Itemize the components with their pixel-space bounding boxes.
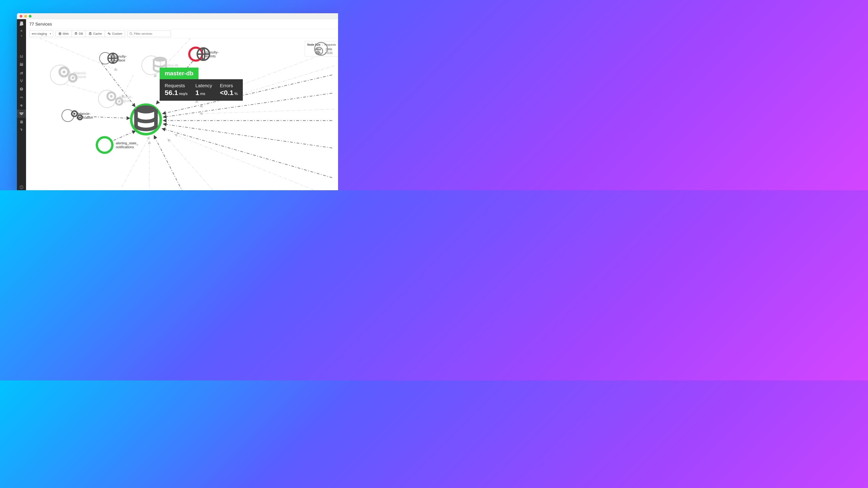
svg-point-23 bbox=[63, 71, 66, 73]
tooltip-service-name: master-db bbox=[160, 68, 198, 79]
nav-integrations-icon[interactable] bbox=[17, 101, 26, 109]
filter-custom-button[interactable]: Custom bbox=[105, 31, 125, 37]
svg-point-37 bbox=[136, 105, 156, 113]
sidebar-add-icon[interactable]: ＋ bbox=[17, 33, 26, 38]
svg-rect-8 bbox=[20, 112, 24, 113]
app-body: ✕ ＋ bbox=[17, 19, 338, 190]
env-dropdown-label: env:staging bbox=[32, 32, 47, 35]
svg-rect-9 bbox=[20, 113, 23, 114]
svg-point-20 bbox=[110, 34, 110, 34]
node-mcnulty-wallace[interactable]: mcnulty- wallace bbox=[99, 52, 127, 64]
nav-infrastructure-icon[interactable] bbox=[17, 77, 26, 85]
gears-icon bbox=[107, 32, 111, 35]
nav-apm-icon[interactable] bbox=[17, 93, 26, 101]
filter-db-button[interactable]: DB bbox=[72, 31, 86, 37]
svg-point-16 bbox=[75, 32, 77, 33]
window-close-dot[interactable] bbox=[20, 15, 22, 18]
search-icon bbox=[129, 32, 132, 35]
stat-errors: Errors <0.1% bbox=[220, 83, 238, 97]
window-zoom-dot[interactable] bbox=[29, 15, 32, 18]
node-label: alerting_state_ notifications bbox=[116, 141, 138, 149]
database-icon bbox=[74, 32, 78, 35]
type-filter-group: Web DB Cache bbox=[56, 31, 125, 37]
stat-label: Latency bbox=[195, 83, 212, 88]
node-alerting-state-notifications[interactable]: alerting_state_ notifications bbox=[96, 136, 138, 154]
nav-service-map-icon[interactable] bbox=[17, 109, 26, 118]
filter-cache-button[interactable]: Cache bbox=[86, 31, 105, 37]
svg-point-30 bbox=[118, 100, 120, 102]
service-map-canvas[interactable]: delancie- backend replica-db bbox=[26, 38, 338, 190]
filter-db-label: DB bbox=[79, 32, 83, 35]
filter-cache-label: Cache bbox=[93, 32, 102, 35]
page-header: 77 Services bbox=[26, 19, 338, 29]
svg-rect-10 bbox=[21, 115, 22, 115]
svg-point-36 bbox=[79, 117, 81, 118]
filter-web-label: Web bbox=[63, 32, 69, 35]
svg-point-40 bbox=[316, 51, 319, 54]
sidebar-nav bbox=[17, 52, 26, 134]
stat-unit: % bbox=[235, 92, 238, 96]
page-title: 77 Services bbox=[29, 22, 52, 27]
search-box[interactable] bbox=[127, 31, 171, 37]
svg-point-28 bbox=[110, 95, 113, 98]
toolbar: env:staging Web DB bbox=[26, 29, 338, 38]
app-window: ✕ ＋ bbox=[17, 13, 338, 190]
svg-rect-6 bbox=[21, 88, 22, 89]
svg-rect-1 bbox=[20, 64, 23, 66]
svg-rect-12 bbox=[21, 122, 22, 122]
nav-dashboard-icon[interactable] bbox=[17, 60, 26, 68]
main-content: 77 Services env:staging Web bbox=[26, 19, 338, 190]
filter-web-button[interactable]: Web bbox=[56, 31, 72, 37]
env-dropdown[interactable]: env:staging bbox=[29, 31, 53, 37]
concentric-circles-icon bbox=[307, 48, 314, 54]
datadog-logo[interactable] bbox=[18, 21, 25, 27]
node-delancie-insights[interactable]: delancie- insights bbox=[98, 90, 132, 108]
svg-text:?: ? bbox=[21, 186, 22, 189]
service-tooltip: master-db Requests 56.1req/s Latency 1ms bbox=[160, 68, 243, 101]
nav-logs-icon[interactable] bbox=[17, 126, 26, 134]
nav-notebooks-icon[interactable] bbox=[17, 118, 26, 126]
stat-requests: Requests 56.1req/s bbox=[165, 83, 188, 97]
search-input[interactable] bbox=[134, 32, 169, 35]
svg-point-18 bbox=[108, 33, 109, 34]
nav-help-icon[interactable]: ? bbox=[17, 183, 26, 190]
svg-point-26 bbox=[154, 57, 166, 62]
filter-custom-label: Custom bbox=[112, 32, 122, 35]
stat-value: <0.1 bbox=[220, 89, 234, 96]
svg-point-34 bbox=[73, 113, 75, 115]
sidebar: ✕ ＋ bbox=[17, 19, 26, 190]
stat-label: Errors bbox=[220, 83, 238, 88]
nav-monitors-icon[interactable] bbox=[17, 85, 26, 93]
globe-icon bbox=[59, 32, 61, 35]
svg-rect-7 bbox=[21, 90, 22, 90]
svg-rect-0 bbox=[20, 63, 23, 64]
tooltip-stats: Requests 56.1req/s Latency 1ms bbox=[160, 79, 243, 101]
svg-point-3 bbox=[22, 79, 23, 80]
nav-metrics-icon[interactable] bbox=[17, 68, 26, 77]
svg-point-21 bbox=[130, 32, 132, 34]
node-mcnulty-events[interactable]: mcnulty- events bbox=[188, 46, 219, 62]
node-delancie-backend[interactable]: delancie- backend bbox=[50, 65, 87, 85]
node-size-legend: Node Size | Requests Max 2.99k Min < 0.0… bbox=[305, 41, 338, 57]
svg-rect-11 bbox=[21, 121, 22, 122]
sidebar-close-icon[interactable]: ✕ bbox=[17, 28, 26, 33]
svg-point-2 bbox=[20, 79, 21, 80]
stat-label: Requests bbox=[165, 83, 188, 88]
nav-binoculars-icon[interactable] bbox=[17, 52, 26, 60]
window-minimize-dot[interactable] bbox=[24, 15, 27, 18]
window-titlebar bbox=[17, 13, 338, 19]
stat-latency: Latency 1ms bbox=[195, 83, 212, 97]
stat-value: 1 bbox=[195, 89, 199, 96]
svg-point-25 bbox=[72, 77, 74, 79]
layers-icon bbox=[89, 32, 92, 35]
stat-unit: ms bbox=[200, 92, 205, 96]
node-master-db[interactable] bbox=[130, 103, 162, 135]
stat-value: 56.1 bbox=[165, 89, 178, 96]
node-delancie-notification[interactable]: delancie- notification bbox=[61, 109, 93, 122]
stat-unit: req/s bbox=[179, 92, 188, 96]
